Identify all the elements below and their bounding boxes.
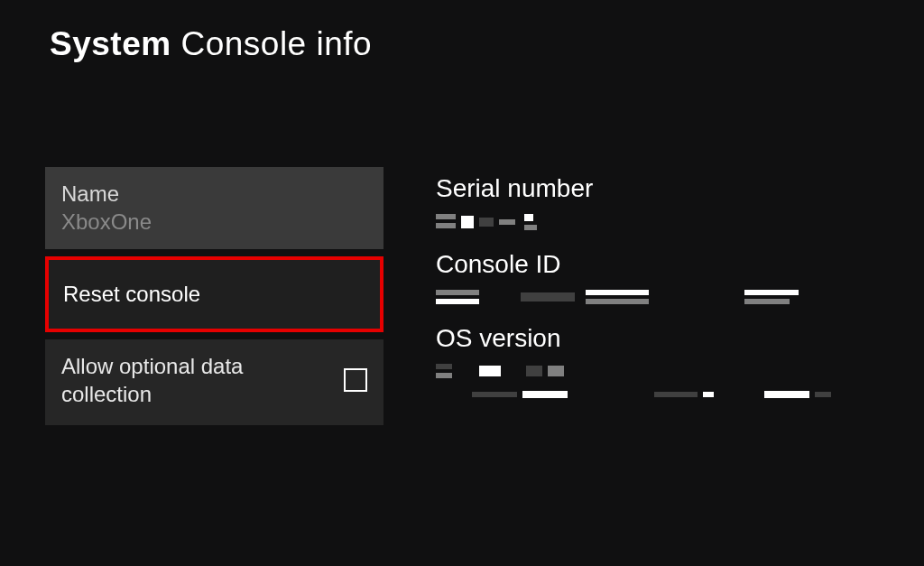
- page-name: Console info: [180, 25, 372, 62]
- page-category: System: [50, 25, 171, 62]
- console-id-block: Console ID: [436, 250, 831, 304]
- console-name-button[interactable]: Name XboxOne: [45, 167, 383, 249]
- console-id-value-redacted: [436, 290, 831, 304]
- serial-number-block: Serial number: [436, 174, 831, 230]
- reset-console-button[interactable]: Reset console: [45, 256, 383, 332]
- serial-number-label: Serial number: [436, 174, 831, 203]
- page-title: System Console info: [50, 25, 924, 63]
- info-panel: Serial number Console ID: [383, 167, 831, 425]
- name-value: XboxOne: [61, 209, 367, 235]
- page-header: System Console info: [0, 0, 924, 63]
- reset-label: Reset console: [63, 282, 365, 307]
- os-version-label: OS version: [436, 324, 831, 353]
- os-version-value-redacted: [436, 364, 831, 398]
- checkbox-icon: [344, 368, 367, 392]
- data-collection-toggle[interactable]: Allow optional data collection: [45, 339, 383, 424]
- serial-number-value-redacted: [436, 214, 831, 230]
- settings-list: Name XboxOne Reset console Allow optiona…: [45, 167, 383, 425]
- data-collection-label: Allow optional data collection: [61, 352, 305, 408]
- console-id-label: Console ID: [436, 250, 831, 279]
- os-version-block: OS version: [436, 324, 831, 398]
- content-area: Name XboxOne Reset console Allow optiona…: [0, 63, 924, 425]
- name-label: Name: [61, 180, 367, 208]
